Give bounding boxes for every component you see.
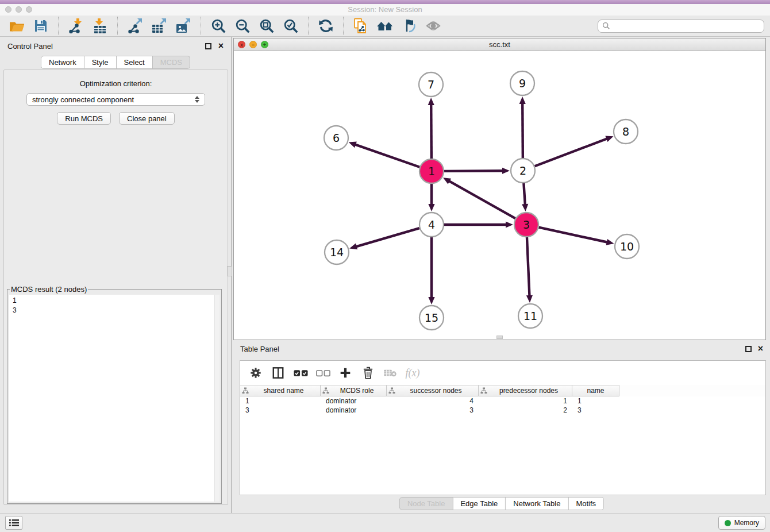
graph-edge-2-9[interactable] xyxy=(522,102,523,158)
graph-edge-3-1[interactable] xyxy=(448,180,515,218)
open-session-button[interactable] xyxy=(7,17,26,35)
column-header-shared-name[interactable]: shared name xyxy=(240,385,321,396)
table-tabs: Node Table Edge Table Network Table Moti… xyxy=(399,497,604,510)
svg-text:9: 9 xyxy=(519,77,526,90)
network-resize-grip[interactable] xyxy=(496,336,503,339)
tab-node-table[interactable]: Node Table xyxy=(399,497,453,510)
application-window: Session: New Session xyxy=(0,0,770,532)
tab-network[interactable]: Network xyxy=(41,56,84,69)
zoom-selected-button[interactable] xyxy=(282,17,300,35)
add-column-button[interactable] xyxy=(338,365,353,380)
graph-edge-4-14[interactable] xyxy=(355,228,419,247)
zoom-fit-button[interactable] xyxy=(257,17,276,35)
cell-mcds-role[interactable]: dominator xyxy=(321,406,387,415)
memory-button[interactable]: Memory xyxy=(718,516,765,530)
optimization-criterion-select[interactable]: strongly connected component xyxy=(26,93,205,106)
close-panel-button[interactable]: Close panel xyxy=(119,112,175,125)
cell-name[interactable]: 3 xyxy=(572,406,619,415)
column-header-mcds-role[interactable]: MCDS role xyxy=(321,385,387,396)
column-header-predecessor-nodes[interactable]: predecessor nodes xyxy=(479,385,572,396)
tab-style[interactable]: Style xyxy=(84,56,117,69)
tab-network-table[interactable]: Network Table xyxy=(506,497,568,510)
table-row[interactable]: 1 dominator 4 1 1 xyxy=(240,396,765,406)
svg-text:1: 1 xyxy=(428,165,435,178)
network-graph-svg[interactable]: 7968124314101511 xyxy=(234,51,765,340)
table-header-row: shared name MCDS role xyxy=(240,385,765,396)
column-header-successor-nodes[interactable]: successor nodes xyxy=(387,385,479,396)
toggle-graphics-details-button[interactable] xyxy=(400,17,418,35)
attribute-icon xyxy=(388,387,395,394)
float-table-panel-icon[interactable] xyxy=(745,346,752,352)
close-table-panel-icon[interactable]: × xyxy=(758,345,763,352)
search-input[interactable] xyxy=(613,22,760,30)
cell-predecessor-nodes[interactable]: 1 xyxy=(479,396,572,406)
table-row[interactable]: 3 dominator 3 2 3 xyxy=(240,406,765,415)
tab-mcds[interactable]: MCDS xyxy=(153,56,190,69)
graph-node-14[interactable]: 14 xyxy=(325,240,349,264)
graph-node-9[interactable]: 9 xyxy=(510,71,534,95)
export-table-icon xyxy=(151,18,167,34)
graph-node-2[interactable]: 2 xyxy=(511,159,535,183)
mcds-result-box[interactable]: 1 3 xyxy=(9,295,220,502)
graph-edge-3-11[interactable] xyxy=(527,237,530,297)
close-panel-icon[interactable]: × xyxy=(218,43,224,49)
cell-predecessor-nodes[interactable]: 2 xyxy=(479,406,572,415)
graph-node-7[interactable]: 7 xyxy=(419,72,443,97)
save-session-button[interactable] xyxy=(32,17,50,35)
graph-edge-2-8[interactable] xyxy=(535,138,609,166)
graph-edge-1-2[interactable] xyxy=(444,171,504,171)
zoom-out-button[interactable] xyxy=(233,17,252,35)
show-hide-button[interactable] xyxy=(424,17,442,35)
graph-node-10[interactable]: 10 xyxy=(615,234,639,259)
tab-edge-table[interactable]: Edge Table xyxy=(453,497,506,510)
tab-select[interactable]: Select xyxy=(117,56,153,69)
network-from-file-button[interactable] xyxy=(352,17,370,35)
show-panels-button[interactable] xyxy=(5,516,22,530)
graph-node-15[interactable]: 15 xyxy=(419,306,444,330)
arrowhead-icon xyxy=(428,297,434,304)
refresh-button[interactable] xyxy=(317,17,335,35)
graph-node-1[interactable]: 1 xyxy=(419,159,444,183)
export-network-button[interactable] xyxy=(126,17,144,35)
graph-node-6[interactable]: 6 xyxy=(324,126,348,150)
export-image-button[interactable] xyxy=(174,17,192,35)
search-field[interactable] xyxy=(598,20,764,33)
home-button[interactable] xyxy=(376,17,394,35)
export-network-icon xyxy=(127,18,143,34)
cell-name[interactable]: 1 xyxy=(572,396,619,406)
graph-node-3[interactable]: 3 xyxy=(514,213,538,237)
cell-shared-name[interactable]: 3 xyxy=(240,406,321,415)
svg-text:10: 10 xyxy=(620,240,634,253)
graph-node-11[interactable]: 11 xyxy=(518,304,542,328)
panel-splitter[interactable] xyxy=(227,266,232,276)
graph-edge-2-3[interactable] xyxy=(523,183,525,206)
graph-edge-3-10[interactable] xyxy=(538,228,608,242)
cell-mcds-role[interactable]: dominator xyxy=(321,396,387,406)
cell-shared-name[interactable]: 1 xyxy=(240,396,321,406)
delete-column-button[interactable] xyxy=(360,365,375,380)
column-header-name[interactable]: name xyxy=(572,385,619,396)
result-scrollbar[interactable] xyxy=(214,295,220,502)
memory-status-icon xyxy=(725,520,731,526)
zoom-selected-icon xyxy=(283,18,299,34)
float-panel-icon[interactable] xyxy=(205,43,211,49)
cell-successor-nodes[interactable]: 4 xyxy=(387,396,479,406)
graph-edge-1-7[interactable] xyxy=(431,103,432,159)
graph-node-8[interactable]: 8 xyxy=(614,119,638,144)
deselect-all-button[interactable] xyxy=(315,365,330,380)
arrowhead-icon xyxy=(349,244,357,250)
run-mcds-button[interactable]: Run MCDS xyxy=(57,112,111,125)
tab-motifs[interactable]: Motifs xyxy=(568,497,604,510)
arrowhead-icon xyxy=(428,98,434,105)
import-table-button[interactable] xyxy=(91,17,109,35)
table-settings-button[interactable] xyxy=(248,365,263,380)
zoom-in-button[interactable] xyxy=(209,17,228,35)
show-columns-button[interactable] xyxy=(271,365,286,380)
export-table-button[interactable] xyxy=(150,17,168,35)
graph-node-4[interactable]: 4 xyxy=(419,213,444,237)
cell-successor-nodes[interactable]: 3 xyxy=(387,406,479,415)
mcds-result-text: 1 3 xyxy=(9,295,220,317)
graph-edge-1-6[interactable] xyxy=(354,144,419,167)
import-network-button[interactable] xyxy=(67,17,85,35)
select-all-button[interactable] xyxy=(293,365,308,380)
